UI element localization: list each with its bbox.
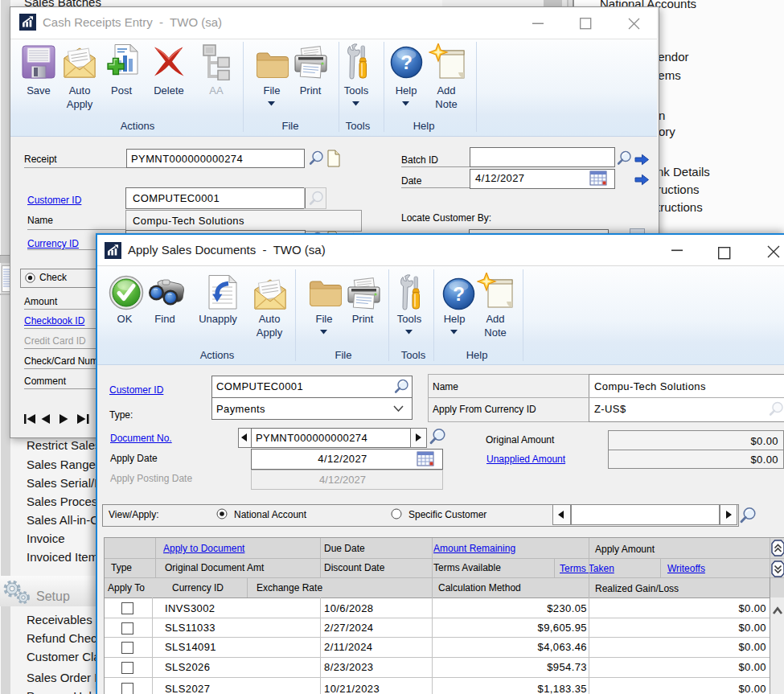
svg-text:?: ?: [400, 51, 413, 73]
svg-text:?: ?: [453, 283, 465, 305]
